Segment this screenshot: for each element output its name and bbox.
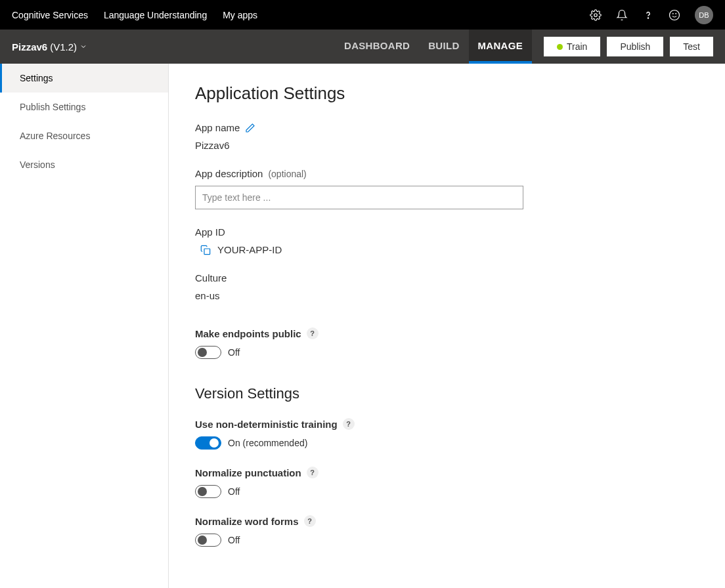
test-button[interactable]: Test [670,37,713,56]
normalize-wordforms-state: Off [228,535,240,545]
publish-button[interactable]: Publish [607,37,663,56]
sidebar: Settings Publish Settings Azure Resource… [0,64,169,588]
culture-value: en-us [195,290,699,301]
app-description-input[interactable] [195,186,523,209]
app-name-value: Pizzav6 [195,140,699,151]
normalize-punct-label: Normalize punctuation [195,467,301,478]
sidebar-item-publish-settings[interactable]: Publish Settings [0,93,168,121]
svg-point-1 [648,17,648,18]
normalize-wordforms-label: Normalize word forms [195,516,299,527]
nondet-training-label: Use non-deterministic training [195,419,338,430]
svg-point-3 [672,13,673,14]
sidebar-item-versions[interactable]: Versions [0,150,168,179]
normalize-punct-toggle[interactable] [195,485,221,498]
app-name-label: Pizzav6 [12,41,47,52]
svg-point-4 [676,13,676,14]
pencil-icon[interactable] [245,123,255,133]
top-link-language-understanding[interactable]: Language Understanding [104,10,207,20]
app-name-field-label: App name [195,122,240,133]
tab-manage[interactable]: MANAGE [469,30,532,64]
train-status-dot-icon [557,44,563,50]
endpoints-public-label: Make endpoints public [195,328,301,339]
top-link-cognitive-services[interactable]: Cognitive Services [12,10,88,20]
normalize-wordforms-toggle[interactable] [195,534,221,547]
user-avatar[interactable]: DB [695,6,713,24]
copy-icon[interactable] [200,245,211,255]
tab-build[interactable]: BUILD [419,30,468,64]
bell-icon[interactable] [616,9,628,21]
endpoints-public-toggle[interactable] [195,346,221,359]
app-version-label: (V1.2) [50,41,77,52]
help-badge-icon[interactable]: ? [307,327,319,339]
culture-field-label: Culture [195,272,227,284]
nondet-training-toggle[interactable] [195,436,221,450]
app-id-value: YOUR-APP-ID [217,244,282,255]
normalize-punct-state: Off [228,486,240,497]
svg-rect-5 [204,249,210,255]
tab-dashboard[interactable]: DASHBOARD [335,30,419,64]
sidebar-item-settings[interactable]: Settings [0,64,168,93]
nondet-training-state: On (recommended) [228,438,307,448]
gear-icon[interactable] [590,9,602,21]
sidebar-item-azure-resources[interactable]: Azure Resources [0,121,168,150]
version-settings-heading: Version Settings [195,385,699,402]
endpoints-public-state: Off [228,347,240,358]
help-badge-icon[interactable]: ? [343,418,355,430]
help-icon[interactable] [642,9,654,21]
chevron-down-icon [79,43,87,51]
app-id-field-label: App ID [195,226,225,238]
help-badge-icon[interactable]: ? [307,467,319,478]
train-button[interactable]: Train [544,37,600,56]
svg-point-2 [670,10,680,20]
top-link-my-apps[interactable]: My apps [223,10,257,20]
train-button-label: Train [567,41,587,52]
svg-point-0 [594,13,598,16]
app-desc-field-label: App description [195,168,263,179]
app-version-selector[interactable]: Pizzav6 (V1.2) [12,41,87,52]
feedback-smile-icon[interactable] [669,9,680,21]
help-badge-icon[interactable]: ? [304,515,316,527]
app-desc-optional-hint: (optional) [268,169,306,179]
page-title: Application Settings [195,83,699,104]
